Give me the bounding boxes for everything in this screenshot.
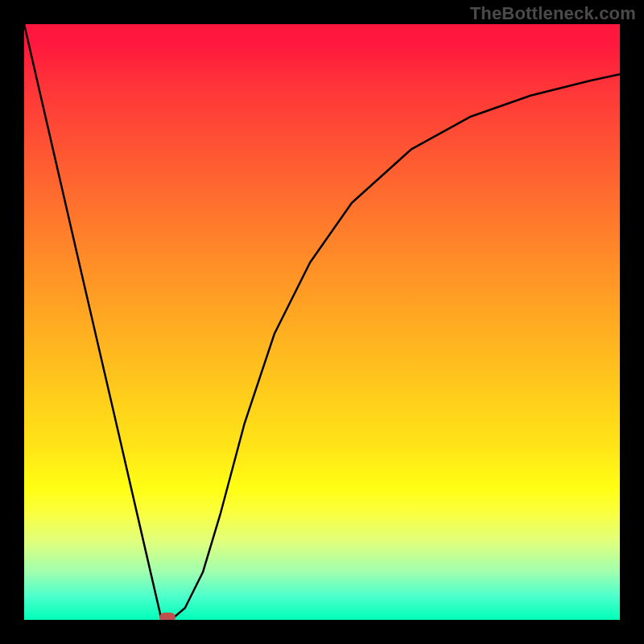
plot-area bbox=[24, 24, 620, 620]
chart-frame: TheBottleneck.com bbox=[0, 0, 644, 644]
bottleneck-curve bbox=[24, 24, 620, 620]
watermark-text: TheBottleneck.com bbox=[470, 3, 636, 24]
minimum-marker bbox=[159, 613, 175, 620]
